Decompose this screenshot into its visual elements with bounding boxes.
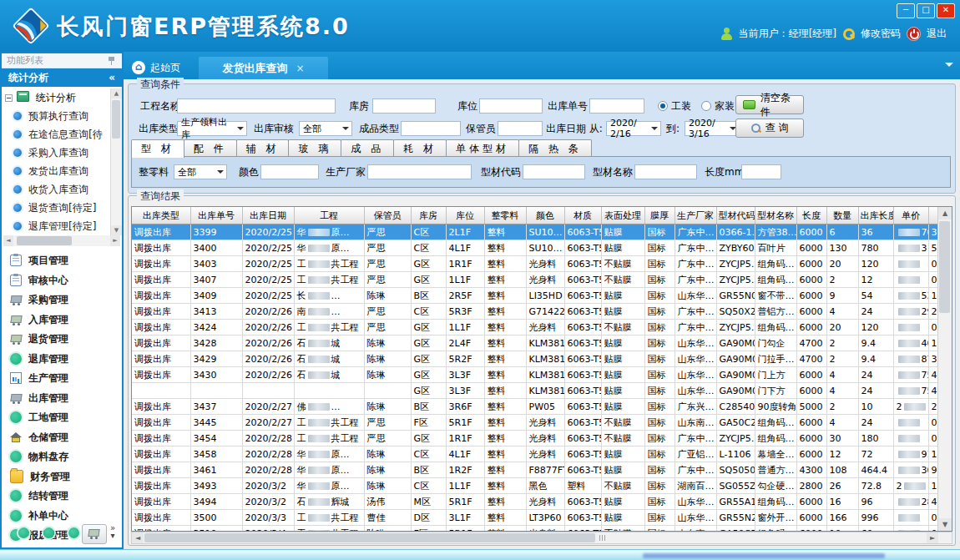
table-cell[interactable] <box>132 383 190 399</box>
table-cell[interactable]: G区 <box>411 351 446 367</box>
table-cell[interactable]: 门勾企 <box>755 335 796 351</box>
table-cell[interactable]: G区 <box>411 383 446 399</box>
table-cell[interactable]: 24 <box>858 304 893 320</box>
keeper-input[interactable] <box>498 121 543 136</box>
table-cell[interactable]: 陈琳 <box>364 351 411 367</box>
table-cell[interactable]: 调拨出库 <box>132 240 190 256</box>
table-cell[interactable]: 工共工程 <box>294 526 364 532</box>
table-cell[interactable]: 山东华… <box>675 288 716 304</box>
table-cell[interactable]: 1L1F <box>446 320 484 335</box>
table-cell[interactable]: 4 <box>826 415 858 431</box>
table-cell[interactable]: 3500 <box>190 510 242 526</box>
table-cell[interactable] <box>190 383 242 399</box>
table-cell[interactable]: 整料 <box>484 367 526 383</box>
table-cell[interactable]: 4300 <box>796 462 826 478</box>
table-cell[interactable]: 调拨出库 <box>132 446 190 462</box>
table-cell[interactable]: 国标 <box>644 415 675 431</box>
sidebar-item[interactable]: 财务管理 <box>10 468 70 485</box>
table-cell[interactable] <box>893 320 928 335</box>
table-cell[interactable]: 整料 <box>484 272 526 288</box>
table-cell[interactable]: 4 <box>826 367 858 383</box>
table-cell[interactable]: GA90M08… <box>716 367 755 383</box>
table-cell[interactable]: 整料 <box>484 320 526 335</box>
table-cell[interactable]: 2020/2/25 <box>242 240 294 256</box>
table-cell[interactable]: 贴膜 <box>601 446 644 462</box>
table-cell[interactable]: 调拨出库 <box>132 335 190 351</box>
table-cell[interactable]: 2L4F <box>446 335 484 351</box>
table-cell[interactable]: 6000 <box>796 446 826 462</box>
table-cell[interactable]: 不贴膜 <box>601 431 644 446</box>
table-cell[interactable]: 9.4 <box>858 335 893 351</box>
column-header[interactable]: 颜色 <box>526 207 564 225</box>
table-row[interactable]: 调拨出库34132020/2/26南…严思C区5R3F整料G714226063-… <box>132 304 952 320</box>
table-row[interactable]: 调拨出库35102020/3/4工共工程陈琳F区5R1F整料光身料6063-T5… <box>132 526 952 532</box>
table-cell[interactable]: 3 <box>893 240 928 256</box>
scroll-right-icon[interactable]: ► <box>927 532 938 543</box>
table-cell[interactable]: 贴膜 <box>601 383 644 399</box>
table-cell[interactable]: 6000 <box>796 304 826 320</box>
table-cell[interactable]: D区 <box>411 510 446 526</box>
table-cell[interactable]: 120 <box>858 320 893 335</box>
table-cell[interactable]: 国标 <box>644 526 675 532</box>
table-cell[interactable]: GA90M09… <box>716 383 755 399</box>
table-cell[interactable]: GA50C27 <box>716 415 755 431</box>
table-cell[interactable]: 3L3F <box>446 367 484 383</box>
column-header[interactable]: 工程 <box>294 207 364 225</box>
table-cell[interactable]: GR55N02 <box>716 288 755 304</box>
table-row[interactable]: 调拨出库34302020/2/26石城陈琳G区3L3F整料KLM38176063… <box>132 367 952 383</box>
table-cell[interactable]: 整料 <box>484 510 526 526</box>
table-cell[interactable]: G区 <box>411 335 446 351</box>
table-cell[interactable]: 20 <box>826 320 858 335</box>
table-cell[interactable]: 光身料 <box>526 526 564 532</box>
table-cell[interactable]: 2020/2/28 <box>242 446 294 462</box>
table-cell[interactable]: 3403 <box>190 256 242 272</box>
table-cell[interactable]: 调拨出库 <box>132 478 190 494</box>
table-cell[interactable]: 2020/2/26 <box>242 304 294 320</box>
table-cell[interactable]: 6063-T5 <box>564 431 601 446</box>
date-to-select[interactable]: 2020/ 3/16 <box>685 121 740 136</box>
table-cell[interactable]: 不贴膜 <box>601 478 644 494</box>
profile-code-input[interactable] <box>523 164 585 179</box>
table-cell[interactable]: 黑色 <box>526 478 564 494</box>
table-cell[interactable]: 10 <box>826 526 858 532</box>
table-cell[interactable]: 2020/2/28 <box>242 431 294 446</box>
out-audit-select[interactable]: 全部 <box>299 121 352 136</box>
table-cell[interactable]: 调拨出库 <box>132 304 190 320</box>
table-cell[interactable]: 光身料 <box>526 446 564 462</box>
table-cell[interactable]: 国标 <box>644 256 675 272</box>
table-cell[interactable]: 72.8 <box>858 478 893 494</box>
table-cell[interactable]: LT3P60 <box>526 510 564 526</box>
table-cell[interactable]: 1R2F <box>446 462 484 478</box>
column-header[interactable]: 出库类型 <box>132 207 190 225</box>
table-cell[interactable]: 996 <box>858 510 893 526</box>
table-row[interactable]: 调拨出库34612020/2/28华原…陈琳B区1R2F整料F8877FT606… <box>132 462 952 478</box>
table-cell[interactable]: 2020/2/25 <box>242 272 294 288</box>
table-cell[interactable]: 石城 <box>294 367 364 383</box>
table-cell[interactable]: 3400 <box>190 240 242 256</box>
table-cell[interactable]: 国标 <box>644 240 675 256</box>
table-cell[interactable]: 2020/2/26 <box>242 351 294 367</box>
table-cell[interactable]: 整料 <box>484 240 526 256</box>
table-cell[interactable]: 陈琳 <box>364 335 411 351</box>
table-cell[interactable]: 不贴膜 <box>601 415 644 431</box>
table-cell[interactable]: 60 <box>858 526 893 532</box>
table-cell[interactable]: M区 <box>411 494 446 510</box>
table-cell[interactable]: 2020/2/28 <box>242 462 294 478</box>
table-cell[interactable]: 汤伟 <box>364 494 411 510</box>
table-cell[interactable]: C区 <box>411 446 446 462</box>
table-cell[interactable]: 24 <box>858 367 893 383</box>
table-cell[interactable]: 2 <box>893 399 928 415</box>
table-cell[interactable]: 陈琳 <box>364 288 411 304</box>
table-cell[interactable]: GA90M07… <box>716 351 755 367</box>
table-cell[interactable]: F区 <box>411 415 446 431</box>
table-cell[interactable]: 山东华… <box>675 510 716 526</box>
table-cell[interactable]: SG055Z <box>716 478 755 494</box>
date-from-select[interactable]: 2020/ 2/16 <box>606 121 661 136</box>
table-cell[interactable]: 5R1F <box>446 526 484 532</box>
table-cell[interactable]: 2020/3/3 <box>242 510 294 526</box>
table-cell[interactable]: G71422 <box>526 304 564 320</box>
table-row[interactable]: G区3L3F整料KLM38176063-T5贴膜国标山东华…GA90M09…门下… <box>132 383 952 399</box>
close-tab-icon[interactable]: × <box>296 63 304 74</box>
table-cell[interactable]: 2 <box>826 351 858 367</box>
table-cell[interactable]: 调拨出库 <box>132 320 190 335</box>
